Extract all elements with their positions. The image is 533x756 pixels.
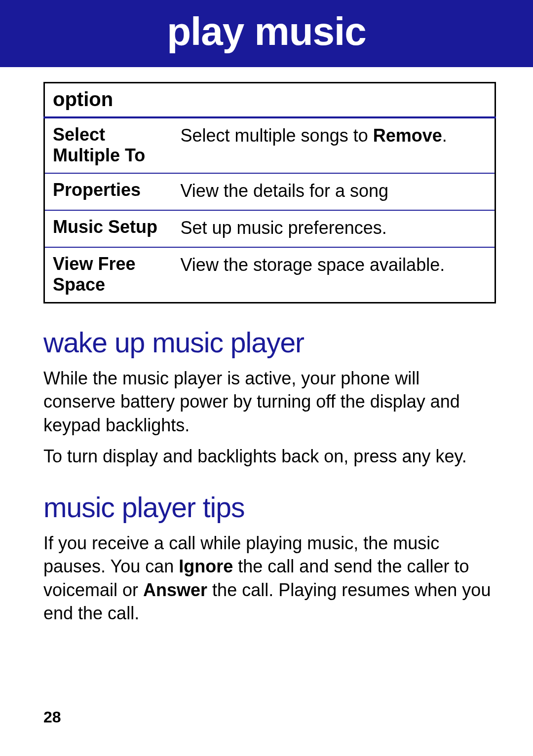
option-desc: View the storage space available. bbox=[173, 247, 495, 303]
page-number: 28 bbox=[43, 708, 61, 726]
option-label: Music Setup bbox=[44, 210, 173, 247]
desc-text: . bbox=[442, 125, 447, 146]
page-header: play music bbox=[0, 0, 533, 67]
heading-wake-up: wake up music player bbox=[43, 326, 496, 359]
table-header-row: option bbox=[44, 83, 495, 118]
table-header-option: option bbox=[44, 83, 495, 118]
option-desc: Select multiple songs to Remove. bbox=[173, 117, 495, 173]
table-row: Properties View the details for a song bbox=[44, 173, 495, 210]
heading-tips: music player tips bbox=[43, 491, 496, 524]
desc-text: View the storage space available. bbox=[181, 255, 445, 275]
option-desc: View the details for a song bbox=[173, 173, 495, 210]
body-bold: Ignore bbox=[179, 556, 233, 576]
option-label: Select Multiple To bbox=[44, 117, 173, 173]
options-table: option Select Multiple To Select multipl… bbox=[43, 82, 496, 303]
body-paragraph: If you receive a call while playing musi… bbox=[43, 531, 496, 625]
desc-bold: Remove bbox=[373, 125, 442, 146]
desc-text: View the details for a song bbox=[181, 181, 389, 201]
body-paragraph: To turn display and backlights back on, … bbox=[43, 445, 496, 468]
table-row: Music Setup Set up music preferences. bbox=[44, 210, 495, 247]
option-label: View Free Space bbox=[44, 247, 173, 303]
desc-text: Select multiple songs to bbox=[181, 125, 373, 146]
body-bold: Answer bbox=[143, 580, 207, 600]
table-row: Select Multiple To Select multiple songs… bbox=[44, 117, 495, 173]
option-label: Properties bbox=[44, 173, 173, 210]
page-content: option Select Multiple To Select multipl… bbox=[0, 82, 533, 625]
page-title: play music bbox=[167, 9, 366, 53]
option-desc: Set up music preferences. bbox=[173, 210, 495, 247]
desc-text: Set up music preferences. bbox=[181, 218, 387, 238]
body-paragraph: While the music player is active, your p… bbox=[43, 367, 496, 437]
table-row: View Free Space View the storage space a… bbox=[44, 247, 495, 303]
